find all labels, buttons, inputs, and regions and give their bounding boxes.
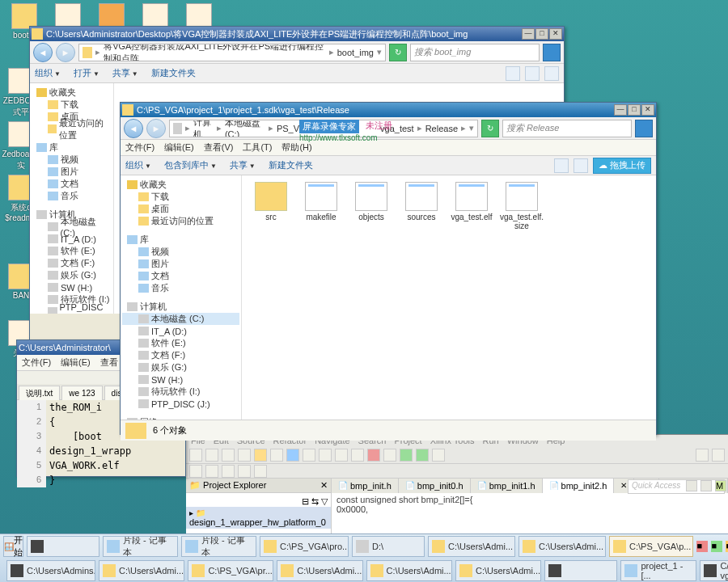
back-button[interactable]: ◄ xyxy=(124,119,143,138)
taskbar-button[interactable]: D:\ xyxy=(352,536,425,557)
tree-item[interactable]: 视频 xyxy=(32,154,112,166)
tree-item[interactable]: SW (H:) xyxy=(32,281,112,293)
tool-icon[interactable] xyxy=(319,449,332,462)
tool-icon[interactable] xyxy=(712,449,725,462)
link-icon[interactable]: ⇆ xyxy=(311,496,319,506)
tree-item[interactable]: 娱乐 (G:) xyxy=(32,269,112,281)
menu-help[interactable]: 帮助(H) xyxy=(281,141,311,154)
view-menu[interactable] xyxy=(554,158,569,173)
tree-item[interactable]: 本地磁盘 (C:) xyxy=(122,313,239,325)
tree-item[interactable]: 下载 xyxy=(32,99,112,111)
tab[interactable]: 说明.txt xyxy=(19,386,60,400)
titlebar[interactable]: C:\Users\Administrator\Desktop\将VGA控制器封装… xyxy=(30,27,564,41)
tree-item[interactable]: 待玩软件 (I:) xyxy=(122,386,239,398)
taskbar-button[interactable]: 片段 - 记事本 xyxy=(103,536,178,557)
file-item[interactable]: src xyxy=(248,182,294,230)
tool-icon[interactable] xyxy=(286,449,299,462)
tree-item[interactable]: 文档 (F:) xyxy=(122,349,239,361)
tool-icon[interactable] xyxy=(189,449,202,462)
open-button[interactable]: 打开▼ xyxy=(74,67,99,79)
tool-icon[interactable] xyxy=(205,449,218,462)
tree-lib[interactable]: 库 xyxy=(122,234,239,246)
tree-item[interactable]: 下载 xyxy=(122,191,239,203)
menu-file[interactable]: 文件(F) xyxy=(125,141,154,154)
taskbar-button[interactable]: project_1 - [... xyxy=(620,560,696,581)
help-button[interactable] xyxy=(544,66,559,81)
taskbar-button[interactable] xyxy=(27,536,99,557)
include-menu[interactable]: 包含到库中▼ xyxy=(164,159,217,171)
tree-network[interactable]: 网络 xyxy=(122,416,239,420)
system-tray[interactable]: ■■ ■■ xyxy=(696,541,728,552)
tree-item[interactable]: 桌面 xyxy=(122,203,239,215)
organize-menu[interactable]: 组织▼ xyxy=(35,67,61,79)
tool-icon[interactable] xyxy=(238,449,251,462)
nav-tree[interactable]: 收藏夹 下载 桌面 最近访问的位置 库 视频 图片 文档 音乐 计算机 本地磁盘… xyxy=(30,83,114,314)
view-menu[interactable] xyxy=(506,66,520,81)
upload-button[interactable]: ☁拖拽上传 xyxy=(593,158,651,174)
tab[interactable]: we 123 xyxy=(61,386,102,400)
nav-tree[interactable]: 收藏夹 下载 桌面 最近访问的位置 库 视频 图片 文档 音乐 计算机 本地磁盘… xyxy=(121,175,242,420)
taskbar-button[interactable]: 片段 - 记事本 xyxy=(181,536,256,557)
taskbar-button[interactable]: C:\Users\Admi... xyxy=(518,536,606,557)
tree-item[interactable]: 娱乐 (G:) xyxy=(122,361,239,373)
ide-toolbar2[interactable] xyxy=(186,464,728,479)
back-button[interactable]: ◄ xyxy=(33,43,53,62)
tool-icon[interactable] xyxy=(205,465,218,478)
taskbar-button[interactable] xyxy=(544,560,617,581)
tool-icon[interactable] xyxy=(270,449,283,462)
tree-item[interactable]: 音乐 xyxy=(32,190,112,202)
taskbar-button[interactable]: C:\PS_VGA\pr... xyxy=(188,560,273,581)
minimize-button[interactable]: — xyxy=(614,104,627,116)
menu-view[interactable]: 查看 xyxy=(100,356,118,369)
taskbar-button[interactable]: C:\Users\Admi... xyxy=(428,536,515,557)
tree-item[interactable]: 软件 (E:) xyxy=(32,245,112,257)
new-folder-button[interactable]: 新建文件夹 xyxy=(151,67,196,79)
file-item[interactable]: vga_test.elf.size xyxy=(499,182,544,230)
share-menu[interactable]: 共享▼ xyxy=(112,67,138,79)
tab[interactable]: 📄bmp_init0.h xyxy=(399,479,471,493)
preview-button[interactable] xyxy=(574,158,588,173)
breadcrumb[interactable]: ▸ 将VGA控制器封装成AXI_LITE外设并在PS端进行编程控制和点阵▸ bo… xyxy=(78,44,386,61)
search-button[interactable] xyxy=(635,120,653,137)
tool-icon[interactable] xyxy=(303,449,315,462)
tool-icon[interactable] xyxy=(254,465,267,478)
new-folder-button[interactable]: 新建文件夹 xyxy=(269,159,313,171)
taskbar-button[interactable]: C:\Users\Admi... xyxy=(277,560,362,581)
file-item[interactable]: vga_test.elf xyxy=(449,182,494,230)
collapse-icon[interactable]: ⊟ xyxy=(302,496,309,506)
tree-item[interactable]: 视频 xyxy=(122,246,239,258)
taskbar-button[interactable]: C:\PS_VGA\p... xyxy=(609,536,693,557)
tree-item[interactable]: IT_A (D:) xyxy=(122,325,239,337)
taskbar-button[interactable]: C:\PS_VGA\pro... xyxy=(260,536,349,557)
explorer-window-release[interactable]: C:\PS_VGA\project_1\project_1.sdk\vga_te… xyxy=(120,102,657,435)
forward-button[interactable]: ► xyxy=(146,119,166,138)
taskbar-button[interactable]: C:\Users\Admi... xyxy=(366,560,452,581)
ide-toolbar[interactable] xyxy=(186,446,728,464)
save-icon[interactable] xyxy=(222,449,235,462)
tab[interactable]: 📄bmp_init2.h xyxy=(543,479,615,493)
menu-tools[interactable]: 工具(T) xyxy=(243,141,272,154)
tool-icon[interactable] xyxy=(383,449,396,462)
tree-item[interactable]: 本地磁盘 (C:) xyxy=(32,221,112,233)
file-item[interactable]: makefile xyxy=(298,182,344,230)
tree-item[interactable]: PTP_DISC (J:) xyxy=(122,398,239,410)
tree-item[interactable]: 最近访问的位置 xyxy=(122,215,239,227)
tree-item[interactable]: 音乐 xyxy=(122,282,239,294)
refresh-button[interactable]: ↻ xyxy=(389,44,407,61)
tree-fav[interactable]: 收藏夹 xyxy=(32,86,112,99)
search-input[interactable]: 搜索 Release xyxy=(502,120,632,137)
tool-icon[interactable] xyxy=(351,449,364,462)
tool-icon[interactable] xyxy=(696,449,709,462)
menu-file[interactable]: 文件(F) xyxy=(22,356,51,369)
code-area[interactable]: const unsigned short bmp_init2[]={ 0x000… xyxy=(332,493,728,516)
taskbar-button[interactable]: C/C++ - vga_t... xyxy=(700,560,728,581)
run-icon[interactable] xyxy=(416,449,429,462)
menu-view[interactable]: 查看(V) xyxy=(204,141,234,154)
tree-item[interactable]: 文档 xyxy=(32,178,112,190)
file-item[interactable]: sources xyxy=(399,182,444,230)
tool-icon[interactable] xyxy=(238,465,251,478)
start-button[interactable]: 🪟开始 xyxy=(3,536,23,557)
tree-item[interactable]: 软件 (E:) xyxy=(122,337,239,349)
tree-item[interactable]: ▸ 📁 design_1_wrapper_hw_platform_0 xyxy=(186,507,331,529)
run-icon[interactable] xyxy=(400,449,413,462)
